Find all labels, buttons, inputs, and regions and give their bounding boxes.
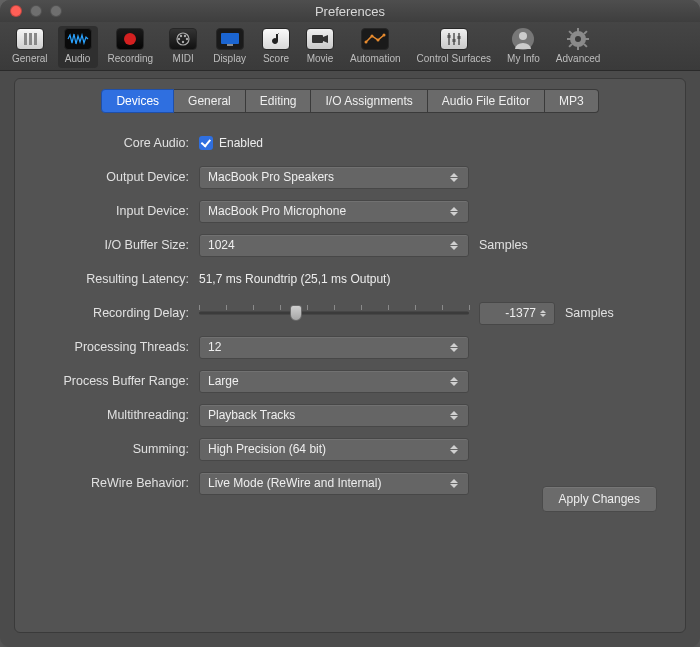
slider-thumb[interactable]	[290, 305, 302, 321]
music-note-icon	[262, 28, 290, 50]
chevron-updown-icon	[450, 371, 462, 392]
output-device-select[interactable]: MacBook Pro Speakers	[199, 166, 469, 189]
multithreading-label: Multithreading:	[37, 408, 189, 422]
svg-point-25	[519, 32, 527, 40]
toolbar-label: Automation	[350, 53, 401, 64]
buffer-range-label: Process Buffer Range:	[37, 374, 189, 388]
tab-audio-file-editor[interactable]: Audio File Editor	[428, 89, 545, 113]
chevron-updown-icon	[450, 337, 462, 358]
slider-track	[199, 312, 469, 315]
toolbar-midi[interactable]: MIDI	[163, 26, 203, 68]
tab-devices[interactable]: Devices	[101, 89, 174, 113]
svg-point-15	[371, 35, 374, 38]
svg-rect-29	[577, 46, 579, 50]
svg-point-9	[182, 41, 184, 43]
svg-marker-13	[323, 35, 328, 43]
toolbar-control-surfaces[interactable]: Control Surfaces	[411, 26, 497, 68]
chevron-updown-icon	[450, 167, 462, 188]
multithreading-select[interactable]: Playback Tracks	[199, 404, 469, 427]
toolbar-label: Score	[263, 53, 289, 64]
chevron-updown-icon	[450, 235, 462, 256]
toolbar-recording[interactable]: Recording	[102, 26, 160, 68]
devices-form: Core Audio: Enabled Output Device: MacBo…	[15, 131, 685, 495]
buffer-size-suffix: Samples	[479, 238, 528, 252]
rewire-value: Live Mode (ReWire and Internal)	[208, 476, 381, 490]
toolbar-movie[interactable]: Movie	[300, 26, 340, 68]
recording-delay-slider[interactable]	[199, 302, 469, 324]
summing-label: Summing:	[37, 442, 189, 456]
svg-rect-0	[24, 33, 27, 45]
processing-threads-label: Processing Threads:	[37, 340, 189, 354]
svg-point-14	[365, 41, 368, 44]
svg-point-6	[186, 38, 188, 40]
recording-delay-value: -1377	[488, 306, 536, 320]
recording-delay-suffix: Samples	[565, 306, 614, 320]
core-audio-value: Enabled	[219, 136, 263, 150]
sliders-icon	[16, 28, 44, 50]
toolbar-score[interactable]: Score	[256, 26, 296, 68]
toolbar-advanced[interactable]: Advanced	[550, 26, 606, 68]
midi-icon	[169, 28, 197, 50]
toolbar-label: Display	[213, 53, 246, 64]
toolbar-general[interactable]: General	[6, 26, 54, 68]
chevron-updown-icon	[450, 201, 462, 222]
toolbar-label: My Info	[507, 53, 540, 64]
chevron-updown-icon	[450, 473, 462, 494]
toolbar-audio[interactable]: Audio	[58, 26, 98, 68]
buffer-size-value: 1024	[208, 238, 235, 252]
svg-rect-11	[227, 44, 233, 46]
svg-rect-30	[567, 38, 571, 40]
buffer-size-label: I/O Buffer Size:	[37, 238, 189, 252]
svg-point-5	[178, 38, 180, 40]
input-device-select[interactable]: MacBook Pro Microphone	[199, 200, 469, 223]
display-icon	[216, 28, 244, 50]
toolbar-automation[interactable]: Automation	[344, 26, 407, 68]
buffer-range-value: Large	[208, 374, 239, 388]
tab-mp3[interactable]: MP3	[545, 89, 599, 113]
toolbar-label: Audio	[65, 53, 91, 64]
summing-select[interactable]: High Precision (64 bit)	[199, 438, 469, 461]
toolbar-my-info[interactable]: My Info	[501, 26, 546, 68]
toolbar-label: Recording	[108, 53, 154, 64]
input-device-value: MacBook Pro Microphone	[208, 204, 346, 218]
tab-editing[interactable]: Editing	[246, 89, 312, 113]
recording-delay-stepper[interactable]: -1377	[479, 302, 555, 325]
rewire-select[interactable]: Live Mode (ReWire and Internal)	[199, 472, 469, 495]
tab-io-assignments[interactable]: I/O Assignments	[311, 89, 427, 113]
processing-threads-select[interactable]: 12	[199, 336, 469, 359]
multithreading-value: Playback Tracks	[208, 408, 295, 422]
core-audio-label: Core Audio:	[37, 136, 189, 150]
svg-rect-31	[585, 38, 589, 40]
svg-point-17	[383, 34, 386, 37]
svg-rect-28	[577, 28, 579, 32]
person-icon	[509, 28, 537, 50]
svg-rect-22	[452, 39, 455, 42]
core-audio-checkbox[interactable]	[199, 136, 213, 150]
tab-general[interactable]: General	[174, 89, 246, 113]
gear-icon	[564, 28, 592, 50]
buffer-range-select[interactable]: Large	[199, 370, 469, 393]
svg-rect-1	[29, 33, 32, 45]
latency-label: Resulting Latency:	[37, 272, 189, 286]
automation-icon	[361, 28, 389, 50]
chevron-updown-icon	[450, 405, 462, 426]
titlebar: Preferences	[0, 0, 700, 22]
output-device-value: MacBook Pro Speakers	[208, 170, 334, 184]
waveform-icon	[64, 28, 92, 50]
toolbar-display[interactable]: Display	[207, 26, 252, 68]
svg-point-3	[124, 33, 136, 45]
apply-changes-button[interactable]: Apply Changes	[542, 486, 657, 512]
svg-point-16	[377, 39, 380, 42]
devices-panel: Devices General Editing I/O Assignments …	[14, 78, 686, 633]
latency-value: 51,7 ms Roundtrip (25,1 ms Output)	[199, 272, 390, 286]
output-device-label: Output Device:	[37, 170, 189, 184]
toolbar-label: General	[12, 53, 48, 64]
window-title: Preferences	[0, 4, 700, 19]
svg-rect-21	[447, 35, 450, 38]
summing-value: High Precision (64 bit)	[208, 442, 326, 456]
preferences-window: Preferences General Audio Recording MIDI	[0, 0, 700, 647]
toolbar-label: MIDI	[173, 53, 194, 64]
svg-point-27	[575, 36, 581, 42]
buffer-size-select[interactable]: 1024	[199, 234, 469, 257]
mixer-icon	[440, 28, 468, 50]
